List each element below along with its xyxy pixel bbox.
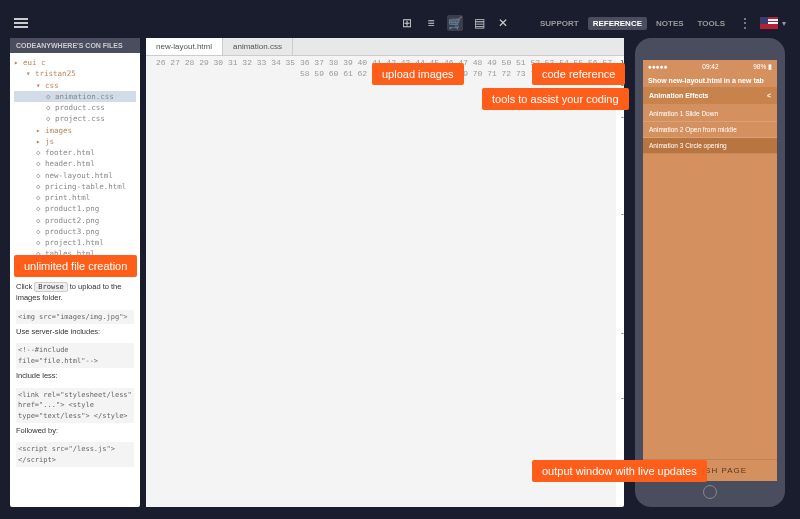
code-snippet: <script src="/less.js"> </script>: [16, 442, 134, 467]
topbar-left: [14, 18, 28, 28]
file-item[interactable]: ◇ project.css: [14, 113, 136, 124]
doc-icon[interactable]: ▤: [471, 15, 487, 31]
callout-upload: upload images: [372, 63, 464, 85]
file-item[interactable]: ◇ product1.png: [14, 203, 136, 214]
code-snippet: <!--#include file="file.html"-->: [16, 343, 134, 368]
file-item[interactable]: ◇ header.html: [14, 158, 136, 169]
app-root: ⊞ ≡ 🛒 ▤ ✕ SUPPORT REFERENCE NOTES TOOLS …: [0, 0, 800, 519]
sidebar-help: Click Browse to upload to the images fol…: [10, 275, 140, 476]
preview-panel: ●●●●● 09:42 98% ▮ Show new-layout.html i…: [630, 38, 790, 507]
phone-screen: ●●●●● 09:42 98% ▮ Show new-layout.html i…: [643, 60, 777, 481]
phone-list: Animation 1 Slide DownAnimation 2 Open f…: [643, 104, 777, 156]
file-item[interactable]: ◇ animation.css: [14, 91, 136, 102]
phone-header: Animation Effects <: [643, 87, 777, 104]
code-snippet: <link rel="stylesheet/less" href="..."> …: [16, 388, 134, 424]
nav-notes[interactable]: NOTES: [651, 17, 689, 30]
battery-icon: 98% ▮: [753, 63, 772, 71]
flag-us-icon[interactable]: [760, 17, 778, 29]
topbar: ⊞ ≡ 🛒 ▤ ✕ SUPPORT REFERENCE NOTES TOOLS …: [10, 12, 790, 34]
nav-tools[interactable]: TOOLS: [693, 17, 730, 30]
editor-tab[interactable]: animation.css: [223, 38, 293, 55]
back-icon[interactable]: <: [767, 92, 771, 99]
file-item[interactable]: ◇ product2.png: [14, 215, 136, 226]
close-icon[interactable]: ✕: [495, 15, 511, 31]
flag-caret-icon[interactable]: ▾: [782, 19, 786, 28]
signal-icon: ●●●●●: [648, 63, 668, 71]
help-text: Use server-side includes:: [16, 326, 134, 337]
code-body[interactable]: }); - $(function(){ - $('.menu-icon').on…: [616, 56, 624, 507]
code-snippet: <img src="images/img.jpg">: [16, 310, 134, 325]
help-text: Click: [16, 282, 32, 291]
callout-tools: tools to assist your coding: [482, 88, 629, 110]
file-item[interactable]: ◇ product3.png: [14, 226, 136, 237]
list-item[interactable]: Animation 2 Open from middle: [643, 122, 777, 138]
code-editor[interactable]: 26 27 28 29 30 31 32 33 34 35 36 37 38 3…: [146, 56, 624, 507]
phone-tab-link[interactable]: Show new-layout.html in a new tab: [643, 74, 777, 87]
sidebar-title: CODEANYWHERE'S CON FILES: [10, 38, 140, 53]
menu-icon[interactable]: [14, 18, 28, 28]
browse-button[interactable]: Browse: [34, 282, 67, 292]
editor-tabs: new-layout.htmlanimation.css: [146, 38, 624, 56]
upload-icon[interactable]: 🛒: [447, 15, 463, 31]
file-item[interactable]: ◇ footer.html: [14, 147, 136, 158]
nav-support[interactable]: SUPPORT: [535, 17, 584, 30]
layout-icon[interactable]: ⊞: [399, 15, 415, 31]
help-text: Include less:: [16, 370, 134, 381]
file-item[interactable]: ◇ product.css: [14, 102, 136, 113]
list-item[interactable]: Animation 1 Slide Down: [643, 106, 777, 122]
list-item[interactable]: Animation 3 Circle opening: [643, 138, 777, 154]
list-icon[interactable]: ≡: [423, 15, 439, 31]
file-item[interactable]: ◇ project1.html: [14, 237, 136, 248]
line-gutter: 26 27 28 29 30 31 32 33 34 35 36 37 38 3…: [146, 56, 616, 507]
callout-reference: code reference: [532, 63, 625, 85]
more-icon[interactable]: ⋮: [734, 15, 756, 31]
callout-output: output window with live updates: [532, 460, 707, 482]
file-item[interactable]: ◇ new-layout.html: [14, 170, 136, 181]
toolbar-icons: ⊞ ≡ 🛒 ▤ ✕: [399, 15, 511, 31]
phone-statusbar: ●●●●● 09:42 98% ▮: [643, 60, 777, 74]
file-item[interactable]: ◇ pricing-table.html: [14, 181, 136, 192]
file-item[interactable]: ◇ print.html: [14, 192, 136, 203]
phone-frame: ●●●●● 09:42 98% ▮ Show new-layout.html i…: [635, 38, 785, 507]
nav-reference[interactable]: REFERENCE: [588, 17, 647, 30]
help-text: Followed by:: [16, 425, 134, 436]
editor-tab[interactable]: new-layout.html: [146, 38, 223, 55]
phone-title: Animation Effects: [649, 92, 709, 99]
help-text: to upload to the images folder.: [16, 282, 121, 303]
callout-files: unlimited file creation: [14, 255, 137, 277]
main-area: upload images code reference tools to as…: [10, 38, 790, 507]
clock: 09:42: [702, 63, 718, 71]
file-tree[interactable]: ▸ eui c▾ tristan25▾ css◇ animation.css◇ …: [10, 53, 140, 275]
